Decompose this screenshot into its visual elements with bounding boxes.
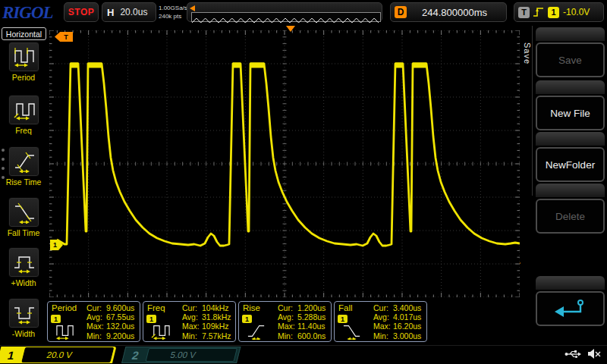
menu-tab-label: Save [521, 42, 532, 64]
trigger-position-marker[interactable] [286, 26, 295, 32]
top-bar: RIGOL STOP H 20.0us 1.00GSa/s 240k pts D… [0, 0, 607, 25]
menu-item-label: New File [550, 108, 590, 119]
menu-sidebar: Save Save New File NewFolder Delete [521, 24, 607, 345]
preview-zigzag-wave [192, 17, 379, 24]
measurement-values: Cur:9.600us Avg:67.55us Max:132.0us Min:… [86, 303, 137, 340]
channel2-number: 2 [123, 349, 149, 362]
measurement-box-fall: Fall 1 Cur:3.400us Avg:4.017us Max:16.20… [334, 301, 427, 342]
waveform-position-preview [187, 2, 382, 22]
menu-item-new-folder[interactable]: NewFolder [536, 132, 605, 185]
sidebar-item-label: Period [0, 73, 47, 82]
measure-sidebar: Horizontal Period [0, 24, 47, 345]
graticule-and-waveform [49, 30, 520, 297]
sidebar-item-fall-time[interactable]: Fall Time [0, 197, 47, 246]
channel1-scale: 20.0 V [46, 350, 73, 359]
menu-item-new-file[interactable]: New File [536, 80, 605, 133]
display-area: Period 1 Cur:9.600us Avg:67.55us Max:132… [47, 24, 521, 345]
preview-waveform-box [191, 12, 381, 22]
run-state-indicator: STOP [64, 2, 99, 22]
measurement-label: Period [52, 303, 77, 312]
measure-category-title: Horizontal [2, 27, 46, 40]
trigger-source-badge: 1 [548, 7, 559, 18]
rising-edge-icon [533, 6, 545, 18]
oscilloscope-screen: RIGOL STOP H 20.0us 1.00GSa/s 240k pts D… [0, 0, 607, 364]
sidebar-item-label: +Width [0, 278, 47, 287]
usb-icon [565, 349, 581, 359]
delay-value: 244.800000ms [407, 7, 502, 18]
plus-width-button[interactable] [8, 247, 39, 278]
plus-width-icon [13, 251, 36, 274]
measurement-values: Cur:1.200us Avg:5.288us Max:11.40us Min:… [278, 303, 328, 340]
rise-time-button[interactable] [8, 146, 39, 177]
speaker-muted-icon[interactable] [587, 348, 601, 359]
menu-tab: Save [521, 26, 533, 196]
channel1-scale-box: 20.0 V [21, 347, 114, 362]
menu-item-label: Delete [555, 211, 585, 222]
rise-time-icon [13, 150, 36, 173]
menu-item-back[interactable] [536, 276, 605, 329]
period-button[interactable] [8, 42, 39, 72]
delay-badge: D [395, 6, 407, 18]
channel-status-bar: 1 20.0 V 2 5.00 V [0, 345, 607, 364]
measurement-box-period: Period 1 Cur:9.600us Avg:67.55us Max:132… [47, 301, 140, 342]
sidebar-item-plus-width[interactable]: +Width [0, 247, 47, 296]
timebase-label: H [107, 7, 114, 18]
return-arrow-icon [553, 298, 588, 319]
menu-item-save[interactable]: Save [536, 27, 605, 80]
channel2-scale: 5.00 V [169, 350, 197, 359]
fall-time-icon [13, 201, 36, 224]
trigger-badge: T [518, 7, 530, 18]
sidebar-item-minus-width[interactable]: -Width [0, 298, 47, 347]
menu-item-label: NewFolder [546, 159, 595, 171]
measurement-label: Fall [338, 303, 353, 312]
fall-time-button[interactable] [8, 197, 39, 228]
rigol-logo: RIGOL [2, 3, 53, 23]
period-icon [13, 46, 36, 68]
menu-item-delete[interactable]: Delete [536, 184, 605, 237]
rise-time-icon [245, 322, 268, 340]
sidebar-item-label: Rise Time [0, 177, 47, 187]
measurement-box-rise: Rise 1 Cur:1.200us Avg:5.288us Max:11.40… [238, 301, 332, 342]
channel2-tab[interactable]: 2 5.00 V [121, 347, 241, 363]
freq-button[interactable] [8, 95, 39, 125]
sidebar-item-label: Freq [0, 126, 47, 135]
channel2-scale-box: 5.00 V [145, 348, 237, 362]
sidebar-item-label: Fall Time [0, 228, 47, 237]
measurement-label: Rise [243, 303, 260, 312]
fall-time-icon [341, 322, 363, 340]
timebase-value: 20.0us [120, 7, 147, 17]
measurement-label: Freq [147, 303, 165, 312]
trigger-delay-widget[interactable]: D 244.800000ms [390, 2, 507, 22]
sidebar-item-freq[interactable]: Freq [0, 95, 47, 143]
preview-position-icon [190, 5, 195, 11]
timebase-widget[interactable]: H 20.0us [102, 2, 156, 22]
menu-item-label: Save [558, 55, 582, 66]
channel1-number: 1 [0, 349, 25, 362]
measurement-box-freq: Freq 1 Cur:104kHz Avg:31.8kHz Max:109kHz… [143, 301, 236, 342]
channel1-tab[interactable]: 1 20.0 V [0, 347, 116, 363]
sidebar-item-rise-time[interactable]: Rise Time [0, 146, 47, 195]
trigger-level-value: -10.0V [563, 7, 590, 17]
freq-icon [149, 322, 172, 340]
freq-icon [13, 99, 36, 121]
run-state-label: STOP [68, 7, 94, 17]
period-icon [54, 322, 77, 340]
sidebar-item-period[interactable]: Period [0, 42, 47, 90]
trigger-widget[interactable]: T 1 -10.0V [514, 2, 604, 22]
minus-width-button[interactable] [8, 298, 39, 328]
measurement-values: Cur:104kHz Avg:31.8kHz Max:109kHz Min:7.… [182, 303, 232, 340]
minus-width-icon [13, 302, 36, 325]
measurement-values: Cur:3.400us Avg:4.017us Max:16.20us Min:… [373, 303, 423, 340]
sidebar-item-label: -Width [0, 329, 47, 338]
